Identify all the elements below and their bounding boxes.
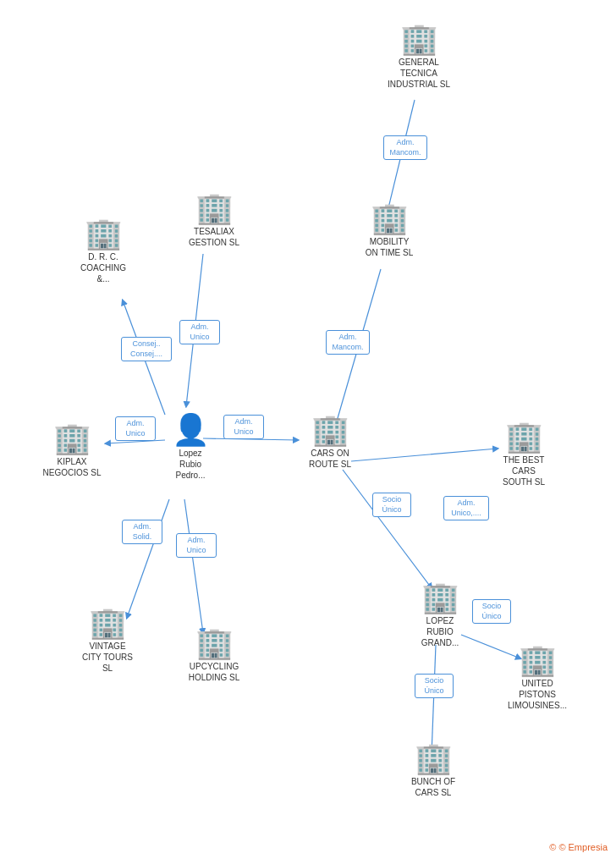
node-general-tecnica: 🏢 GENERAL TECNICA INDUSTRIAL SL	[381, 24, 457, 90]
building-icon: 🏢	[505, 421, 543, 452]
svg-line-9	[343, 470, 432, 588]
node-upcycling-holding: 🏢 UPCYCLING HOLDING SL	[176, 628, 252, 683]
node-label: THE BEST CARS SOUTH SL	[503, 454, 545, 487]
building-icon: 🏢	[53, 423, 91, 454]
node-vintage-city-tours: 🏢 VINTAGE CITY TOURS SL	[69, 608, 146, 674]
building-icon: 🏢	[89, 608, 127, 638]
badge-mob-cars: Adm. Mancom.	[326, 330, 370, 355]
node-drc-coaching: 🏢 D. R. C. COACHING &...	[69, 218, 137, 284]
svg-line-8	[351, 449, 498, 461]
badge-pedro-solid: Adm. Solid.	[122, 520, 162, 544]
building-icon: 🏢	[415, 743, 453, 774]
node-label: CARS ON ROUTE SL	[309, 448, 351, 470]
building-icon: 🏢	[195, 193, 234, 223]
svg-line-6	[127, 499, 169, 618]
node-kiplax-negocios: 🏢 KIPLAX NEGOCIOS SL	[34, 423, 110, 478]
badge-consej: Consej.. Consej....	[121, 337, 172, 361]
badge-cars-lopezgr: Socio Único	[372, 493, 411, 517]
node-cars-on-route: 🏢 CARS ON ROUTE SL	[292, 415, 368, 470]
node-label: LOPEZ RUBIO GRAND...	[421, 615, 459, 648]
badge-lopezgr-unit: Socio Único	[472, 599, 511, 624]
badge-cars-best: Adm. Unico,....	[443, 496, 489, 520]
watermark-text: © Empresia	[558, 842, 608, 852]
badge-gen-mob: Adm. Mancom.	[383, 135, 427, 160]
badge-lopezgr-bunch: Socio Único	[415, 674, 454, 698]
watermark: © © Empresia	[549, 842, 608, 852]
node-mobility-on-time: 🏢 MOBILITY ON TIME SL	[351, 203, 427, 258]
badge-pedro-cars: Adm. Unico	[223, 415, 264, 439]
building-icon: 🏢	[85, 218, 123, 249]
node-label: UPCYCLING HOLDING SL	[189, 661, 240, 683]
svg-line-11	[432, 645, 436, 755]
node-label: GENERAL TECNICA INDUSTRIAL SL	[388, 57, 450, 90]
node-label: VINTAGE CITY TOURS SL	[82, 641, 133, 674]
node-tesaliax-gestion: 🏢 TESALIAX GESTION SL	[176, 193, 252, 248]
watermark-copyright: ©	[549, 842, 556, 852]
svg-line-7	[184, 499, 203, 633]
node-label: Lopez Rubio Pedro...	[175, 448, 205, 481]
badge-pedro-upcycl: Adm. Unico	[176, 533, 217, 558]
node-bunch-of-cars: 🏢 BUNCH OF CARS SL	[395, 743, 471, 798]
node-label: BUNCH OF CARS SL	[411, 776, 455, 798]
building-icon: 🏢	[195, 628, 234, 658]
node-label: UNITED PISTONS LIMOUSINES...	[508, 678, 567, 711]
building-icon: 🏢	[371, 203, 409, 234]
node-united-pistons: 🏢 UNITED PISTONS LIMOUSINES...	[499, 645, 575, 711]
badge-tes-pedro: Adm. Unico	[179, 320, 220, 344]
node-label: KIPLAX NEGOCIOS SL	[43, 456, 102, 478]
diagram: 🏢 GENERAL TECNICA INDUSTRIAL SL 🏢 MOBILI…	[0, 0, 616, 859]
node-the-best-cars-south: 🏢 THE BEST CARS SOUTH SL	[486, 421, 562, 487]
badge-pedro-kiplax: Adm. Unico	[115, 416, 156, 441]
node-label: MOBILITY ON TIME SL	[366, 236, 414, 258]
node-label: TESALIAX GESTION SL	[189, 226, 239, 248]
building-orange-icon: 🏢	[311, 415, 349, 445]
person-icon: 👤	[172, 415, 210, 445]
building-icon: 🏢	[421, 582, 459, 613]
node-label: D. R. C. COACHING &...	[80, 251, 126, 284]
node-lopez-rubio-grand: 🏢 LOPEZ RUBIO GRAND...	[406, 582, 474, 648]
node-lopez-rubio-pedro: 👤 Lopez Rubio Pedro...	[157, 415, 224, 481]
building-icon: 🏢	[400, 24, 438, 54]
building-icon: 🏢	[519, 645, 557, 675]
